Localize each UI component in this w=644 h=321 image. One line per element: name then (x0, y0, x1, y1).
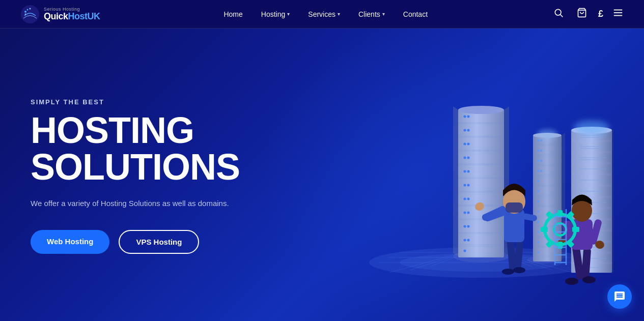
svg-point-52 (467, 225, 470, 228)
nav-link-contact[interactable]: Contact (403, 10, 428, 18)
nav-link-services[interactable]: Services ▾ (308, 10, 340, 18)
svg-rect-135 (504, 209, 524, 242)
svg-point-93 (537, 221, 539, 223)
svg-point-0 (21, 5, 39, 23)
svg-point-133 (502, 269, 514, 275)
hero-buttons: Web Hosting VPS Hosting (31, 230, 295, 254)
svg-point-98 (537, 129, 557, 139)
cart-button[interactable] (575, 6, 589, 22)
currency-symbol: £ (598, 9, 603, 19)
svg-point-91 (537, 200, 539, 202)
hero-section: SIMPLY THE BEST HOSTING SOLUTIONS We off… (0, 28, 644, 321)
svg-point-44 (467, 170, 470, 173)
logo-text: Serious Hosting QuickHostUK (44, 7, 100, 21)
search-icon (553, 8, 564, 18)
svg-point-36 (467, 115, 470, 118)
hamburger-icon (612, 7, 624, 18)
nav-item-services[interactable]: Services ▾ (308, 10, 340, 18)
svg-point-42 (467, 157, 470, 159)
nav-link-hosting[interactable]: Hosting ▾ (261, 10, 290, 18)
svg-point-55 (464, 250, 466, 252)
svg-rect-157 (541, 227, 548, 232)
hero-content: SIMPLY THE BEST HOSTING SOLUTIONS We off… (31, 98, 295, 254)
logo-main-text: QuickHostUK (44, 12, 100, 21)
svg-point-1 (24, 11, 26, 13)
server-illustration-svg (349, 59, 613, 293)
nav-links: Home Hosting ▾ Services ▾ Clients ▾ Cont… (223, 10, 428, 18)
svg-rect-156 (572, 227, 579, 232)
svg-point-51 (464, 225, 466, 228)
svg-point-2 (27, 9, 29, 10)
svg-point-134 (513, 267, 525, 273)
svg-point-39 (464, 143, 466, 145)
nav-item-hosting[interactable]: Hosting ▾ (261, 10, 290, 18)
hero-title-line1: HOSTING (31, 110, 194, 151)
svg-point-89 (537, 180, 539, 182)
svg-point-83 (537, 150, 539, 152)
chat-icon (613, 290, 626, 303)
svg-point-3 (30, 8, 31, 9)
svg-point-37 (464, 129, 466, 132)
svg-point-46 (467, 184, 470, 187)
hero-illustration (295, 59, 613, 293)
logo-icon (20, 5, 40, 24)
nav-icons: £ (551, 6, 624, 22)
svg-point-35 (464, 115, 466, 118)
svg-point-45 (464, 184, 466, 187)
svg-point-54 (467, 239, 470, 242)
svg-rect-23 (458, 110, 504, 257)
nav-item-contact[interactable]: Contact (403, 10, 428, 18)
svg-point-81 (537, 139, 539, 141)
svg-point-94 (537, 231, 539, 233)
svg-point-82 (540, 139, 542, 141)
svg-point-96 (537, 251, 539, 253)
hamburger-menu-button[interactable] (612, 7, 624, 21)
svg-point-47 (464, 198, 466, 200)
svg-point-130 (574, 121, 609, 135)
chevron-down-icon: ▾ (338, 11, 340, 17)
nav-link-clients[interactable]: Clients ▾ (358, 10, 385, 18)
navbar: Serious Hosting QuickHostUK Home Hosting… (0, 0, 644, 28)
svg-point-53 (464, 239, 466, 242)
nav-item-clients[interactable]: Clients ▾ (358, 10, 385, 18)
svg-rect-141 (506, 202, 523, 213)
svg-point-50 (467, 212, 470, 214)
svg-point-43 (464, 170, 466, 173)
chevron-down-icon: ▾ (382, 11, 385, 17)
svg-point-5 (555, 9, 561, 15)
chevron-down-icon: ▾ (287, 11, 290, 17)
svg-point-85 (537, 160, 539, 162)
svg-point-84 (540, 150, 542, 152)
svg-point-145 (582, 276, 596, 283)
site-logo[interactable]: Serious Hosting QuickHostUK (20, 5, 100, 24)
hero-description: We offer a variety of Hosting Solutions … (31, 197, 255, 210)
svg-point-49 (464, 212, 466, 214)
svg-point-86 (540, 160, 542, 162)
search-button[interactable] (551, 6, 566, 22)
hero-subtitle: SIMPLY THE BEST (31, 98, 295, 106)
svg-point-88 (540, 170, 542, 172)
hero-title-line2: SOLUTIONS (31, 147, 240, 187)
hero-title: HOSTING SOLUTIONS (31, 112, 295, 185)
svg-point-41 (464, 157, 466, 159)
cart-icon (577, 8, 587, 18)
svg-point-144 (565, 278, 578, 285)
nav-item-home[interactable]: Home (223, 10, 242, 18)
vps-hosting-button[interactable]: VPS Hosting (119, 230, 199, 254)
chat-button[interactable] (607, 284, 632, 309)
svg-point-38 (467, 129, 470, 132)
svg-point-48 (467, 198, 470, 200)
svg-point-92 (537, 211, 539, 213)
svg-point-90 (537, 190, 539, 192)
web-hosting-button[interactable]: Web Hosting (31, 230, 109, 254)
svg-point-87 (537, 170, 539, 172)
svg-point-95 (537, 241, 539, 243)
svg-point-66 (458, 106, 504, 114)
server-scene (349, 59, 613, 293)
svg-line-6 (561, 15, 563, 17)
nav-link-home[interactable]: Home (223, 10, 242, 18)
svg-point-40 (467, 143, 470, 145)
